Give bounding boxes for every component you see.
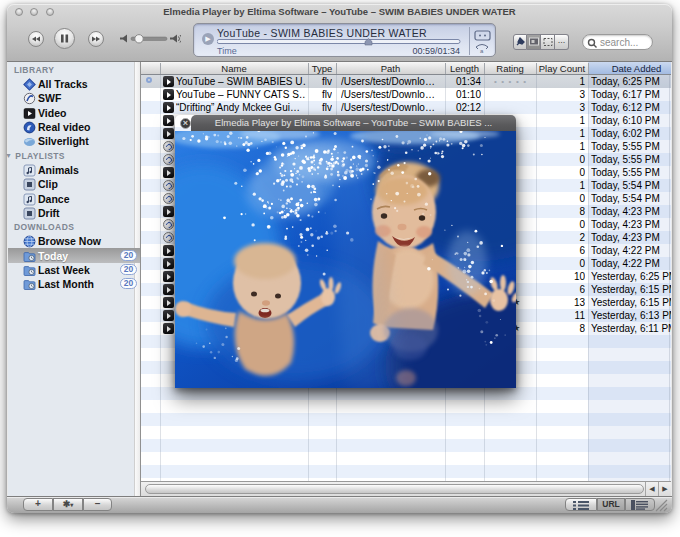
svg-text:a: a [480, 48, 484, 54]
